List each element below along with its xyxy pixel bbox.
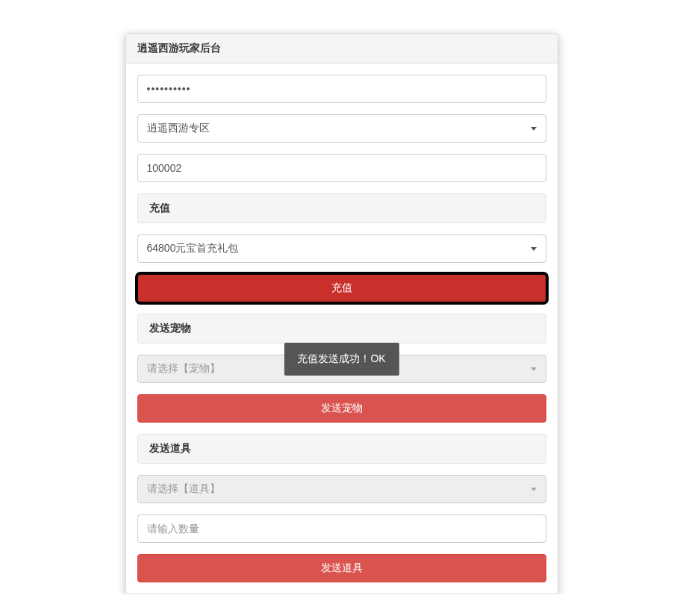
recharge-section-header: 充值 <box>137 193 546 223</box>
password-group <box>137 75 546 103</box>
item-select[interactable]: 请选择【道具】 <box>137 475 546 503</box>
chevron-down-icon <box>531 247 537 251</box>
server-select[interactable]: 逍遥西游专区 <box>137 114 546 143</box>
server-select-group: 逍遥西游专区 <box>137 114 546 143</box>
item-quantity-group <box>137 514 546 543</box>
recharge-button-group: 充值 <box>137 274 546 302</box>
item-quantity-input[interactable] <box>137 514 546 543</box>
admin-panel: 逍遥西游玩家后台 逍遥西游专区 充值 64800元宝首充礼包 充值 发送宠物 <box>125 34 558 594</box>
server-select-value: 逍遥西游专区 <box>147 121 210 136</box>
item-select-placeholder: 请选择【道具】 <box>147 482 220 497</box>
send-item-button[interactable]: 发送道具 <box>137 554 546 582</box>
chevron-down-icon <box>531 367 537 371</box>
chevron-down-icon <box>531 488 537 491</box>
item-select-group: 请选择【道具】 <box>137 475 546 503</box>
item-section-header: 发送道具 <box>137 434 546 464</box>
pet-button-group: 发送宠物 <box>137 394 546 423</box>
panel-title: 逍遥西游玩家后台 <box>126 34 558 63</box>
recharge-package-select[interactable]: 64800元宝首充礼包 <box>137 234 546 263</box>
recharge-package-group: 64800元宝首充礼包 <box>137 234 546 263</box>
pet-select-placeholder: 请选择【宠物】 <box>147 361 220 376</box>
id-input-group <box>137 154 546 182</box>
toast-message: 充值发送成功！OK <box>284 343 399 376</box>
panel-body: 逍遥西游专区 充值 64800元宝首充礼包 充值 发送宠物 请选择【宠物】 <box>126 63 558 594</box>
recharge-package-value: 64800元宝首充礼包 <box>147 241 239 256</box>
password-input[interactable] <box>137 75 546 103</box>
pet-section-header: 发送宠物 <box>137 314 546 343</box>
id-input[interactable] <box>137 154 546 182</box>
send-pet-button[interactable]: 发送宠物 <box>137 394 546 423</box>
item-button-group: 发送道具 <box>137 554 546 582</box>
recharge-button[interactable]: 充值 <box>137 274 546 302</box>
chevron-down-icon <box>531 127 537 131</box>
